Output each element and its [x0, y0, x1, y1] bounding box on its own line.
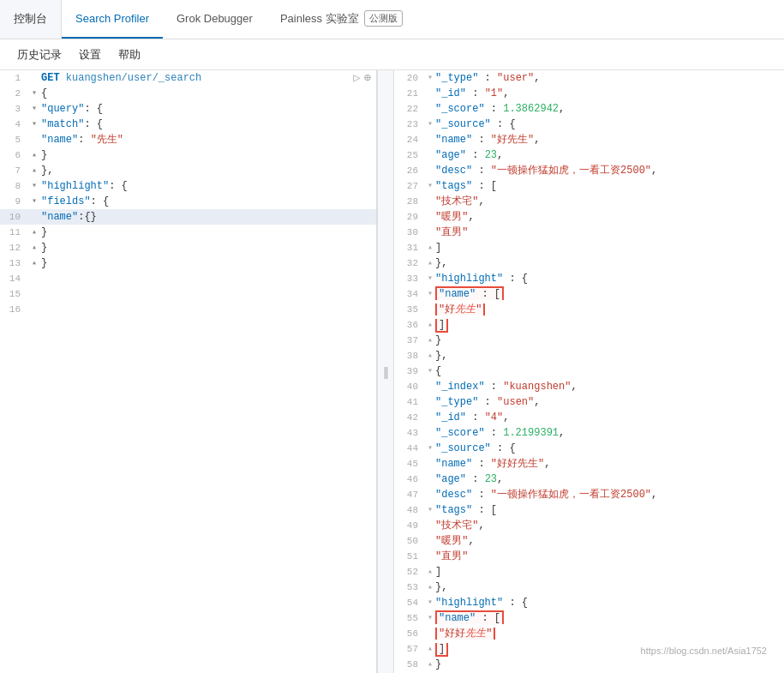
line-gutter[interactable]: ▴	[27, 225, 41, 240]
line-number: 12	[0, 240, 27, 255]
result-line-number: 27	[394, 178, 425, 194]
code-line: 5 "name": "先生"	[0, 132, 376, 147]
line-number: 1	[0, 70, 27, 86]
line-content: }	[41, 240, 376, 255]
result-line-number: 50	[394, 533, 425, 549]
nav-grok-debugger-label: Grok Debugger	[177, 12, 253, 25]
line-number: 8	[0, 178, 27, 194]
result-line: 53▴ },	[394, 580, 784, 595]
result-line: 41 "_type" : "usen",	[394, 394, 784, 410]
result-line-gutter[interactable]: ▾	[425, 117, 435, 132]
result-line-gutter[interactable]: ▴	[425, 240, 435, 255]
result-line-gutter[interactable]: ▴	[425, 348, 435, 364]
run-button[interactable]: ▷	[353, 70, 360, 85]
result-line: 21 "_id" : "1",	[394, 86, 784, 101]
panel-divider[interactable]: ‖	[377, 70, 394, 673]
result-line-content: "好先生"	[435, 302, 784, 317]
result-line: 25 "age" : 23,	[394, 147, 784, 163]
secondary-nav-help[interactable]: 帮助	[110, 39, 149, 70]
result-line: 56 "好好先生"	[394, 626, 784, 641]
line-gutter[interactable]: ▾	[27, 194, 41, 209]
line-content: "name":{}	[41, 209, 376, 225]
line-gutter[interactable]: ▾	[27, 117, 41, 132]
result-line-content: "_source" : {	[435, 117, 784, 132]
line-number: 10	[0, 209, 27, 225]
result-line-gutter[interactable]: ▾	[425, 364, 435, 379]
line-number: 3	[0, 101, 27, 117]
secondary-nav-history-label: 历史记录	[17, 48, 62, 61]
results-panel[interactable]: 20▾ "_type" : "user",21 "_id" : "1",22 "…	[394, 70, 784, 673]
nav-item-grok-debugger[interactable]: Grok Debugger	[163, 0, 266, 39]
line-number: 13	[0, 255, 27, 271]
line-gutter[interactable]: ▴	[27, 163, 41, 178]
result-line: 34▾ "name" : [	[394, 286, 784, 302]
result-line-gutter[interactable]: ▴	[425, 317, 435, 333]
result-line-gutter[interactable]: ▾	[425, 178, 435, 194]
result-line-content: "暖男",	[435, 533, 784, 549]
result-line-number: 45	[394, 456, 425, 472]
line-gutter[interactable]: ▴	[27, 255, 41, 271]
code-line: 12▴ }	[0, 240, 376, 255]
result-line-content: },	[435, 580, 784, 595]
code-line: 6▴ }	[0, 147, 376, 163]
top-navigation: 控制台 Search Profiler Grok Debugger Painle…	[0, 0, 784, 39]
result-line-content: "name" : [	[435, 610, 784, 626]
line-gutter[interactable]: ▾	[27, 101, 41, 117]
result-line-number: 35	[394, 302, 425, 317]
result-line-gutter[interactable]: ▴	[425, 580, 435, 595]
line-gutter[interactable]: ▴	[27, 240, 41, 255]
line-content: "highlight": {	[41, 178, 376, 194]
result-line-number: 22	[394, 101, 425, 117]
result-line: 47 "desc" : "一顿操作猛如虎，一看工资2500",	[394, 487, 784, 502]
result-line-content: ]	[435, 317, 784, 333]
result-line-gutter[interactable]: ▾	[425, 610, 435, 626]
result-line: 48▾ "tags" : [	[394, 502, 784, 518]
result-line-gutter[interactable]: ▾	[425, 502, 435, 518]
result-line: 43 "_score" : 1.2199391,	[394, 425, 784, 441]
result-line-number: 43	[394, 425, 425, 441]
secondary-nav-settings[interactable]: 设置	[70, 39, 110, 70]
line-number: 2	[0, 86, 27, 101]
result-line-number: 51	[394, 549, 425, 564]
result-line: 28 "技术宅",	[394, 194, 784, 209]
result-line-gutter[interactable]: ▾	[425, 70, 435, 86]
result-line-gutter[interactable]: ▾	[425, 595, 435, 610]
secondary-nav-settings-label: 设置	[79, 48, 101, 61]
result-line-gutter[interactable]: ▴	[425, 255, 435, 271]
result-line: 35 "好先生"	[394, 302, 784, 317]
line-gutter[interactable]: ▴	[27, 147, 41, 163]
result-line: 33▾ "highlight" : {	[394, 271, 784, 286]
result-line-gutter[interactable]: ▴	[425, 333, 435, 348]
result-line: 54▾ "highlight" : {	[394, 595, 784, 610]
line-gutter[interactable]: ▾	[27, 86, 41, 101]
result-line-gutter[interactable]: ▾	[425, 441, 435, 456]
result-line-number: 58	[394, 657, 425, 672]
code-editor[interactable]: 1GET kuangshen/user/_search▷⊕2▾{3▾ "quer…	[0, 70, 376, 673]
result-line-gutter[interactable]: ▾	[425, 271, 435, 286]
result-line: 27▾ "tags" : [	[394, 178, 784, 194]
nav-item-painless[interactable]: Painless 实验室 公测版	[266, 0, 416, 39]
result-line: 49 "技术宅",	[394, 518, 784, 533]
code-line: 2▾{	[0, 86, 376, 101]
code-line: 8▾ "highlight": {	[0, 178, 376, 194]
line-content: }	[41, 255, 376, 271]
result-line: 38▴},	[394, 348, 784, 364]
result-line-content: "技术宅",	[435, 194, 784, 209]
result-line-content: },	[435, 255, 784, 271]
result-line-gutter[interactable]: ▴	[425, 564, 435, 580]
result-line-content: "name" : "好好先生",	[435, 456, 784, 472]
line-gutter[interactable]: ▾	[27, 178, 41, 194]
result-line-content: "desc" : "一顿操作猛如虎，一看工资2500",	[435, 163, 784, 178]
nav-item-console[interactable]: 控制台	[0, 0, 62, 39]
copy-button[interactable]: ⊕	[364, 70, 371, 85]
code-line: 16	[0, 302, 376, 317]
nav-item-search-profiler[interactable]: Search Profiler	[62, 0, 163, 39]
result-line-gutter[interactable]: ▴	[425, 641, 435, 657]
result-line-gutter[interactable]: ▴	[425, 657, 435, 672]
code-line: 11▴ }	[0, 225, 376, 240]
result-line-gutter[interactable]: ▾	[425, 286, 435, 302]
line-number: 15	[0, 286, 27, 302]
result-line: 20▾ "_type" : "user",	[394, 70, 784, 86]
secondary-nav-help-label: 帮助	[118, 48, 141, 61]
secondary-nav-history[interactable]: 历史记录	[9, 39, 70, 70]
